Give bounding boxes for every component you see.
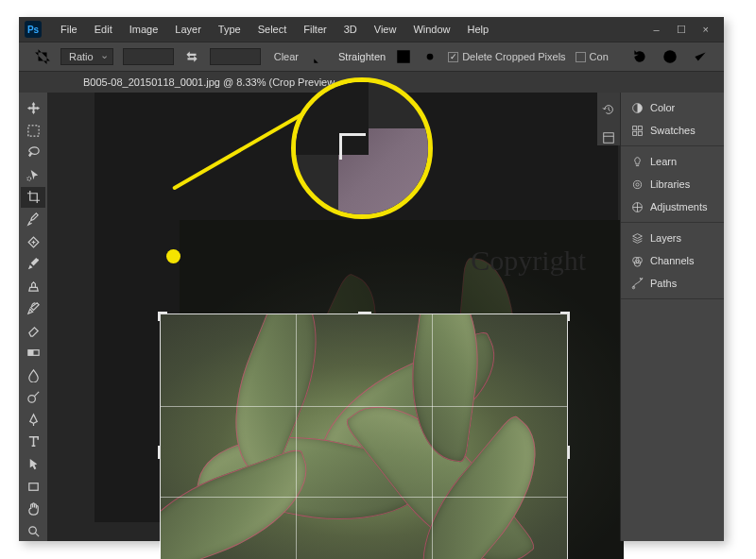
hand-tool[interactable] <box>21 499 45 519</box>
paths-icon <box>630 277 644 290</box>
crop-overlay-icon[interactable] <box>395 48 412 65</box>
panel-label: Channels <box>650 255 694 266</box>
marquee-tool[interactable] <box>21 121 45 142</box>
document-tab-bar: B005-08_20150118_0001.jpg @ 8.33% (Crop … <box>19 72 724 93</box>
crop-handle-l[interactable] <box>158 446 162 459</box>
menu-3d[interactable]: 3D <box>336 21 365 38</box>
panel-libraries[interactable]: Libraries <box>621 173 724 195</box>
options-bar: Ratio Clear Straighten ✓ Delete Cropped … <box>19 42 724 72</box>
straighten-label[interactable]: Straighten <box>338 51 386 62</box>
crop-handle-tr[interactable] <box>560 312 570 321</box>
menu-help[interactable]: Help <box>460 21 497 38</box>
panel-paths[interactable]: Paths <box>621 272 724 295</box>
crop-tool[interactable] <box>21 187 45 208</box>
app-window: Ps File Edit Image Layer Type Select Fil… <box>19 17 724 541</box>
menu-select[interactable]: Select <box>250 21 295 38</box>
document-tab[interactable]: B005-08_20150118_0001.jpg @ 8.33% (Crop … <box>77 75 343 90</box>
crop-clear-button[interactable]: Clear <box>270 49 302 64</box>
panel-learn[interactable]: Learn <box>621 150 724 173</box>
window-close[interactable]: × <box>703 24 709 36</box>
crop-height-field[interactable] <box>210 48 261 65</box>
blur-tool[interactable] <box>21 365 45 386</box>
swap-dimensions-icon[interactable] <box>183 48 200 65</box>
history-brush-tool[interactable] <box>21 298 45 319</box>
delete-cropped-label: Delete Cropped Pixels <box>462 51 565 62</box>
crop-marquee[interactable] <box>161 314 567 559</box>
svg-point-17 <box>633 180 641 188</box>
panel-label: Layers <box>650 232 681 244</box>
crop-handle-t[interactable] <box>358 312 371 315</box>
zoom-tool[interactable] <box>21 520 45 541</box>
svg-rect-15 <box>632 131 636 135</box>
svg-point-2 <box>663 50 677 63</box>
adjustments-icon <box>630 200 644 213</box>
pen-tool[interactable] <box>21 410 45 431</box>
lightbulb-icon <box>630 155 644 168</box>
menu-view[interactable]: View <box>367 21 404 38</box>
channels-icon <box>630 254 644 267</box>
quick-select-tool[interactable] <box>21 165 45 186</box>
menu-edit[interactable]: Edit <box>87 21 120 38</box>
dodge-tool[interactable] <box>21 387 45 408</box>
menu-window[interactable]: Window <box>405 21 457 38</box>
window-minimize[interactable]: – <box>653 24 659 36</box>
svg-rect-9 <box>28 483 37 490</box>
crop-handle-r[interactable] <box>566 446 570 459</box>
swatches-icon <box>630 124 644 137</box>
brush-tool[interactable] <box>21 254 45 275</box>
window-maximize[interactable]: ☐ <box>677 24 686 36</box>
crop-ratio-select[interactable]: Ratio <box>60 48 113 65</box>
app-logo: Ps <box>25 21 42 38</box>
content-aware-option[interactable]: Con <box>576 51 609 62</box>
straighten-icon[interactable] <box>312 48 329 65</box>
type-tool[interactable] <box>21 432 45 452</box>
crop-tool-icon <box>34 48 51 65</box>
menu-file[interactable]: File <box>53 21 85 38</box>
svg-rect-7 <box>27 350 33 356</box>
eraser-tool[interactable] <box>21 320 45 341</box>
svg-rect-14 <box>638 126 642 129</box>
menu-image[interactable]: Image <box>122 21 166 38</box>
checkbox-checked-icon: ✓ <box>448 52 458 62</box>
color-wheel-icon <box>630 101 644 114</box>
gradient-tool[interactable] <box>21 343 45 364</box>
history-icon[interactable] <box>601 102 616 117</box>
properties-icon[interactable] <box>601 130 616 145</box>
move-tool[interactable] <box>21 98 45 119</box>
svg-point-18 <box>635 182 638 185</box>
svg-rect-13 <box>632 126 636 129</box>
panel-color[interactable]: Color <box>621 96 724 119</box>
content-aware-label: Con <box>590 51 609 62</box>
svg-point-1 <box>427 54 434 60</box>
panel-layers[interactable]: Layers <box>621 227 724 249</box>
path-select-tool[interactable] <box>21 454 45 475</box>
workspace: Copyright <box>47 93 620 541</box>
menu-bar: Ps File Edit Image Layer Type Select Fil… <box>19 17 724 42</box>
clone-stamp-tool[interactable] <box>21 276 45 296</box>
collapsed-panel-strip <box>597 93 620 145</box>
menu-type[interactable]: Type <box>211 21 249 38</box>
commit-crop-icon[interactable] <box>692 48 709 65</box>
panel-swatches[interactable]: Swatches <box>621 119 724 142</box>
tools-panel <box>19 93 47 541</box>
delete-cropped-option[interactable]: ✓ Delete Cropped Pixels <box>448 51 565 62</box>
crop-handle-tl[interactable] <box>158 312 167 321</box>
crop-width-field[interactable] <box>123 48 174 65</box>
checkbox-unchecked-icon <box>576 52 586 62</box>
panel-channels[interactable]: Channels <box>621 249 724 272</box>
svg-point-4 <box>26 177 30 180</box>
lasso-tool[interactable] <box>21 143 45 163</box>
cancel-crop-icon[interactable] <box>662 48 679 65</box>
menu-layer[interactable]: Layer <box>167 21 209 38</box>
crop-settings-icon[interactable] <box>421 48 438 65</box>
menu-filter[interactable]: Filter <box>296 21 334 38</box>
panel-label: Learn <box>650 156 677 167</box>
reset-crop-icon[interactable] <box>631 48 648 65</box>
rectangle-tool[interactable] <box>21 476 45 497</box>
panel-label: Swatches <box>650 125 696 136</box>
panel-adjustments[interactable]: Adjustments <box>621 195 724 218</box>
panel-label: Adjustments <box>650 201 708 212</box>
spot-heal-tool[interactable] <box>21 231 45 252</box>
eyedropper-tool[interactable] <box>21 210 45 230</box>
panel-label: Color <box>650 102 675 113</box>
